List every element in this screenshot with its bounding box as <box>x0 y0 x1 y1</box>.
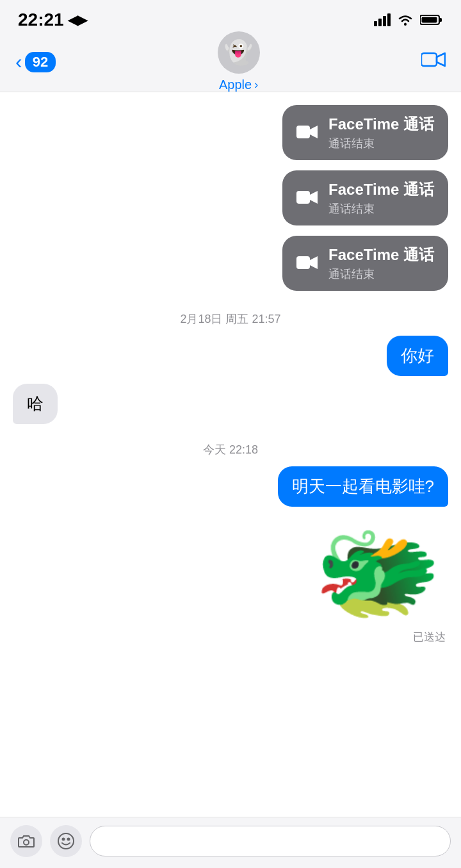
video-call-button[interactable] <box>421 50 446 74</box>
svg-point-14 <box>62 837 65 840</box>
svg-rect-8 <box>421 53 437 66</box>
msg-movie-text: 明天一起看电影哇? <box>292 477 434 496</box>
wifi-icon <box>397 13 414 26</box>
status-time: 22:21 ◀▶ <box>18 10 87 30</box>
facetime-bubble-3[interactable]: FaceTime 通话 通话结束 <box>282 236 448 291</box>
camera-button[interactable] <box>10 825 42 857</box>
facetime-video-icon-1 <box>296 120 318 145</box>
facetime-title-1: FaceTime 通话 <box>328 114 434 135</box>
time-label: 22:21 <box>18 10 64 30</box>
svg-point-4 <box>404 23 407 26</box>
svg-rect-1 <box>378 19 382 26</box>
facetime-text-1: FaceTime 通话 通话结束 <box>328 114 434 151</box>
status-icons <box>374 13 443 26</box>
timestamp-2: 今天 22:18 <box>13 442 448 457</box>
chevron-right-icon: › <box>254 78 258 92</box>
back-badge[interactable]: 92 <box>25 52 56 72</box>
received-bubble-ha[interactable]: 哈 <box>13 384 58 424</box>
facetime-text-2: FaceTime 通话 通话结束 <box>328 179 434 217</box>
facetime-bubble-1[interactable]: FaceTime 通话 通话结束 <box>282 105 448 160</box>
back-chevron-icon: ‹ <box>15 50 22 74</box>
message-input[interactable] <box>90 826 451 856</box>
svg-rect-2 <box>383 16 386 26</box>
facetime-bubble-2[interactable]: FaceTime 通话 通话结束 <box>282 170 448 225</box>
facetime-video-icon-2 <box>296 186 318 211</box>
facetime-subtitle-2: 通话结束 <box>328 201 434 217</box>
input-area <box>0 817 461 868</box>
back-button[interactable]: ‹ 92 <box>15 50 56 74</box>
sent-bubble-movie[interactable]: 明天一起看电影哇? <box>278 466 448 507</box>
svg-point-13 <box>58 833 74 849</box>
svg-rect-0 <box>374 21 377 26</box>
delivered-status: 已送达 <box>413 630 446 644</box>
dragon-emoji-sticker: 🐲 <box>314 521 442 623</box>
avatar: 👻 <box>218 31 260 74</box>
avatar-emoji: 👻 <box>224 39 253 66</box>
svg-rect-10 <box>296 191 310 204</box>
signal-icon <box>374 13 391 26</box>
facetime-subtitle-3: 通话结束 <box>328 266 434 282</box>
timestamp-1: 2月18日 周五 21:57 <box>13 311 448 327</box>
facetime-title-3: FaceTime 通话 <box>328 245 434 265</box>
contact-name[interactable]: Apple › <box>219 78 258 92</box>
status-bar: 22:21 ◀▶ <box>0 0 461 35</box>
msg-nihao-text: 你好 <box>401 346 434 365</box>
location-icon: ◀▶ <box>68 12 87 28</box>
svg-rect-9 <box>296 126 310 138</box>
nav-bar: ‹ 92 👻 Apple › <box>0 35 461 92</box>
svg-rect-3 <box>387 13 391 26</box>
apps-button[interactable] <box>50 825 82 857</box>
battery-icon <box>420 14 443 26</box>
facetime-title-2: FaceTime 通话 <box>328 179 434 200</box>
contact-name-label: Apple <box>219 78 252 92</box>
chat-area: FaceTime 通话 通话结束 FaceTime 通话 通话结束 FaceTi… <box>0 92 461 817</box>
svg-point-15 <box>67 837 70 840</box>
svg-point-12 <box>24 840 29 845</box>
svg-rect-11 <box>296 256 310 269</box>
svg-rect-7 <box>422 17 437 23</box>
facetime-video-icon-3 <box>296 251 318 276</box>
sent-bubble-nihao[interactable]: 你好 <box>387 336 448 376</box>
nav-center[interactable]: 👻 Apple › <box>218 31 260 92</box>
facetime-text-3: FaceTime 通话 通话结束 <box>328 245 434 282</box>
facetime-subtitle-1: 通话结束 <box>328 136 434 151</box>
svg-rect-6 <box>439 18 442 22</box>
msg-ha-text: 哈 <box>27 394 44 413</box>
